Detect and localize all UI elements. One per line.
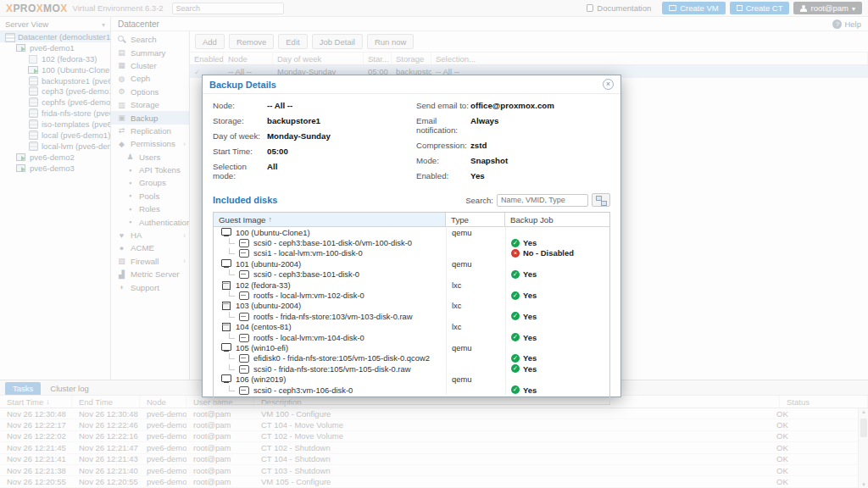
close-icon[interactable] (603, 79, 614, 90)
disk-icon (238, 333, 250, 342)
disk-label: 105 (win10-efi) (236, 343, 288, 352)
field-label: Enabled: (416, 171, 470, 180)
included-disk-row[interactable]: efidisk0 - frida-nfs-store:105/vm-105-di… (214, 353, 609, 363)
backup-job-cell: Yes (505, 237, 609, 247)
disk-search-input[interactable] (497, 194, 588, 207)
tree-elbow (229, 364, 235, 370)
tree-elbow (229, 312, 235, 318)
guest-image-cell: scsi0 - ceph3:base-101-disk-0 (214, 269, 446, 279)
tree-elbow (229, 291, 235, 297)
included-disk-row[interactable]: 102 (fedora-33) lxc (214, 280, 609, 290)
search-label: Search: (465, 196, 493, 205)
disk-icon (238, 385, 250, 395)
cross-circle-icon (511, 249, 520, 258)
included-disk-row[interactable]: scsi0 - ceph3:vm-106-disk-0 Yes (214, 385, 609, 395)
backup-status-label: Yes (523, 364, 537, 374)
included-disk-row[interactable]: scsi1 - local-lvm:vm-100-disk-0 No - Dis… (214, 248, 609, 258)
included-disk-row[interactable]: scsi0 - ceph3:base-101-disk-0 Yes (214, 269, 609, 280)
disk-icon (238, 312, 250, 321)
included-disk-row[interactable]: 100 (Ubuntu-Clone1) qemu (214, 227, 609, 237)
disk-label: scsi0 - ceph3:base-101-disk-0/vm-100-dis… (253, 238, 412, 247)
details-left-column: Node: -- All -- Storage: backupstore1 Da… (213, 101, 416, 186)
backup-job-cell: Yes (505, 363, 609, 374)
type-cell (446, 237, 505, 247)
expand-collapse-tree-icon[interactable] (592, 193, 610, 207)
field-label: Day of week: (213, 131, 267, 141)
detail-field: Compression: zstd (416, 141, 610, 150)
backup-details-dialog: Backup Details Node: -- All -- Storage: … (202, 75, 621, 397)
tree-elbow (229, 385, 235, 391)
guest-image-cell: scsi0 - frida-nfs-store:105/vm-105-disk-… (214, 364, 446, 374)
container-icon (220, 280, 232, 290)
backup-job-column-header[interactable]: Backup Job (505, 213, 609, 226)
check-circle-icon (511, 312, 520, 320)
dialog-title: Backup Details (209, 80, 276, 90)
tree-elbow (229, 353, 235, 359)
guest-image-cell: rootfs - local-lvm:vm-102-disk-0 (214, 291, 446, 300)
guest-image-cell: rootfs - frida-nfs-store:103/vm-103-disk… (214, 312, 446, 321)
guest-image-cell: 104 (centos-81) (214, 322, 446, 331)
included-disk-row[interactable]: rootfs - local-lvm:vm-102-disk-0 Yes (214, 290, 609, 300)
disk-icon (238, 238, 250, 247)
detail-field: Email notification: Always (416, 116, 610, 135)
field-label: Node: (213, 101, 267, 110)
guest-image-cell: 103 (ubuntu-2004) (214, 301, 446, 310)
backup-status-label: Yes (523, 333, 537, 342)
vm-icon (220, 343, 232, 352)
check-circle-icon (511, 364, 520, 373)
type-cell (446, 290, 505, 300)
type-cell: lxc (446, 280, 505, 290)
disk-label: scsi0 - ceph3:base-101-disk-0 (253, 269, 359, 279)
type-column-header[interactable]: Type (446, 213, 505, 226)
included-disk-row[interactable]: rootfs - frida-nfs-store:103/vm-103-disk… (214, 311, 609, 321)
backup-status-label: Yes (523, 269, 537, 279)
disk-label: scsi0 - frida-nfs-store:105/vm-105-disk-… (253, 364, 410, 374)
disk-label: 104 (centos-81) (236, 322, 292, 331)
vm-icon (220, 374, 232, 384)
guest-image-cell: scsi0 - ceph3:base-101-disk-0/vm-100-dis… (214, 238, 446, 247)
guest-image-cell: 100 (Ubuntu-Clone1) (214, 228, 446, 237)
backup-job-cell (505, 342, 609, 352)
guest-image-cell: scsi1 - local-lvm:vm-100-disk-0 (214, 248, 446, 258)
field-label: Email notification: (416, 116, 470, 135)
dialog-title-bar: Backup Details (203, 75, 620, 94)
type-cell (446, 332, 505, 342)
field-label: Start Time: (213, 147, 267, 156)
type-cell: qemu (446, 227, 505, 237)
included-disk-row[interactable]: scsi0 - ceph3:base-101-disk-0/vm-100-dis… (214, 237, 609, 247)
column-label: Guest Image (219, 215, 265, 225)
tree-elbow (229, 248, 235, 254)
field-value: Monday-Sunday (267, 131, 331, 141)
type-cell: lxc (446, 322, 505, 332)
type-cell (446, 311, 505, 321)
included-disk-row[interactable]: 103 (ubuntu-2004) lxc (214, 301, 609, 311)
included-disk-row[interactable]: 105 (win10-efi) qemu (214, 342, 609, 352)
backup-job-cell (505, 227, 609, 237)
backup-status-label: Yes (523, 291, 537, 300)
backup-status-label: Yes (523, 238, 537, 247)
field-value: Yes (470, 171, 485, 180)
guest-image-column-header[interactable]: Guest Image ↑ (214, 213, 446, 226)
disk-label: rootfs - local-lvm:vm-102-disk-0 (253, 291, 364, 300)
detail-field: Day of week: Monday-Sunday (213, 131, 416, 141)
included-disks-table: Guest Image ↑ Type Backup Job 100 (Ubunt… (213, 212, 610, 405)
field-label: Mode: (416, 156, 470, 165)
included-disk-row[interactable]: 106 (win2019) qemu (214, 374, 609, 384)
field-label: Selection mode: (213, 162, 267, 180)
type-cell (446, 248, 505, 258)
sort-asc-icon: ↑ (268, 215, 271, 224)
check-circle-icon (511, 333, 520, 341)
included-disk-row[interactable]: 104 (centos-81) lxc (214, 322, 609, 332)
field-label: Compression: (416, 141, 470, 150)
included-disk-row[interactable]: rootfs - local-lvm:vm-104-disk-0 Yes (214, 332, 609, 342)
container-icon (220, 322, 232, 331)
backup-job-cell (505, 374, 609, 384)
backup-job-cell: Yes (505, 311, 609, 321)
type-cell: qemu (446, 342, 505, 352)
included-disk-row[interactable]: 101 (ubuntu-2004) qemu (214, 258, 609, 269)
field-value: office@proxmox.com (470, 101, 554, 110)
included-disk-row[interactable]: scsi0 - frida-nfs-store:105/vm-105-disk-… (214, 363, 609, 374)
guest-image-cell: efidisk0 - frida-nfs-store:105/vm-105-di… (214, 353, 446, 363)
guest-image-cell: scsi0 - ceph3:vm-106-disk-0 (214, 385, 446, 395)
field-value: Snapshot (470, 156, 508, 165)
